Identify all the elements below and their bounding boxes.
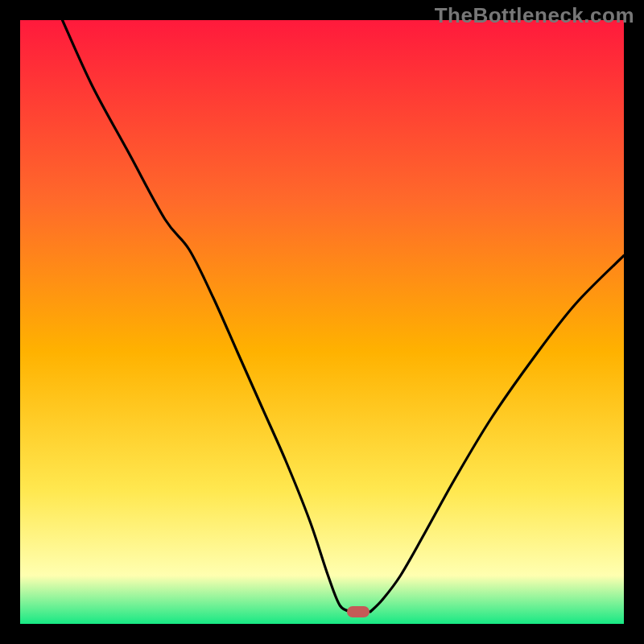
- bottleneck-curve: [20, 20, 624, 624]
- watermark-text: TheBottleneck.com: [435, 3, 634, 28]
- optimum-marker: [347, 606, 369, 617]
- plot-area: [20, 20, 624, 624]
- chart-frame: TheBottleneck.com: [0, 0, 644, 644]
